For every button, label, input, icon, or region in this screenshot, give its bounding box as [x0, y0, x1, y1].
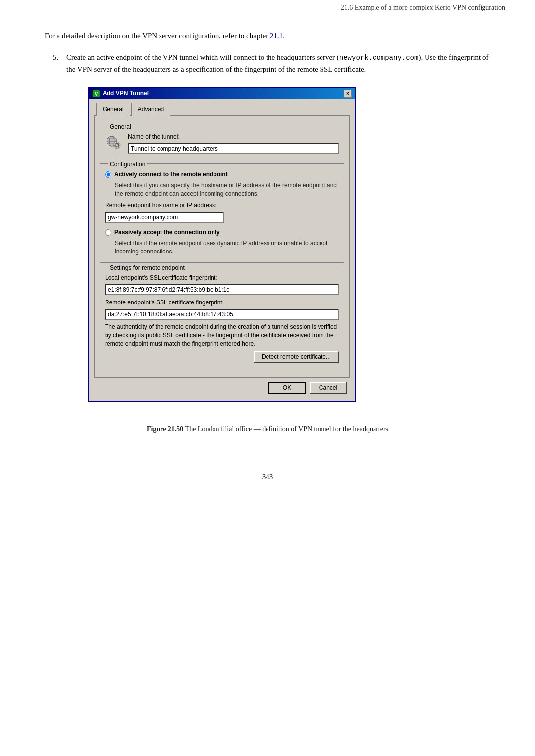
tab-content: General: [94, 115, 350, 378]
active-radio-label: Actively connect to the remote endpoint: [114, 170, 228, 179]
intro-paragraph: For a detailed description on the VPN se…: [45, 30, 490, 42]
cancel-button[interactable]: Cancel: [310, 382, 347, 394]
intro-text-before: For a detailed description on the VPN se…: [45, 32, 270, 40]
intro-text-after: .: [283, 32, 285, 40]
chapter-title: 21.6 Example of a more complex Kerio VPN…: [341, 4, 505, 12]
local-cert-input[interactable]: [105, 284, 339, 295]
figure-caption: Figure 21.50 The London filial office — …: [45, 425, 490, 433]
figure-caption-bold: Figure 21.50: [147, 425, 183, 433]
active-description: Select this if you can specify the hostn…: [115, 181, 339, 198]
remote-cert-input[interactable]: [105, 309, 339, 320]
titlebar-left: V Add VPN Tunnel: [92, 89, 149, 98]
general-legend: General: [108, 122, 133, 132]
item-code: newyork.company.com: [339, 54, 419, 62]
figure-caption-text: The London filial office — definition of…: [183, 425, 388, 433]
svg-rect-13: [119, 145, 120, 146]
tunnel-name-label: Name of the tunnel:: [128, 132, 339, 142]
dialog-body: General Advanced General: [89, 99, 355, 401]
tab-general[interactable]: General: [96, 103, 130, 116]
item-number: 5.: [45, 51, 58, 413]
svg-rect-11: [116, 147, 117, 149]
general-fieldset-content: Name of the tunnel:: [105, 132, 339, 154]
local-cert-label: Local endpoint's SSL certificate fingerp…: [105, 273, 339, 283]
svg-text:V: V: [95, 91, 98, 97]
content-area: For a detailed description on the VPN se…: [0, 15, 535, 463]
tab-bar: General Advanced: [94, 103, 350, 116]
passive-radio[interactable]: [105, 229, 111, 236]
general-right: Name of the tunnel:: [128, 132, 339, 154]
numbered-item-5: 5. Create an active endpoint of the VPN …: [45, 51, 490, 413]
detect-cert-button[interactable]: Detect remote certificate...: [254, 351, 339, 363]
config-legend: Configuration: [108, 160, 147, 169]
remote-cert-label: Remote endpoint's SSL certificate finger…: [105, 298, 339, 307]
ok-button[interactable]: OK: [268, 382, 306, 394]
dialog-footer: OK Cancel: [94, 378, 350, 396]
cert-description: The authenticity of the remote endpoint …: [105, 323, 339, 348]
remote-host-input[interactable]: [105, 212, 224, 223]
passive-radio-option: Passively accept the connection only: [105, 228, 339, 237]
dialog-title: Add VPN Tunnel: [103, 89, 149, 98]
passive-radio-label: Passively accept the connection only: [114, 228, 220, 237]
dialog-window: V Add VPN Tunnel × General: [88, 87, 356, 402]
active-radio[interactable]: [105, 171, 111, 178]
page-number: 343: [0, 463, 535, 496]
chapter-link[interactable]: 21.1: [270, 32, 283, 40]
item-text: Create an active endpoint of the VPN tun…: [66, 51, 490, 413]
active-radio-option: Actively connect to the remote endpoint: [105, 170, 339, 179]
configuration-fieldset: Configuration Actively connect to the re…: [100, 163, 344, 263]
settings-fieldset: Settings for remote endpoint Local endpo…: [100, 267, 344, 368]
chapter-header: 21.6 Example of a more complex Kerio VPN…: [0, 0, 535, 15]
tunnel-name-input[interactable]: [128, 143, 339, 154]
general-fieldset: General: [100, 126, 344, 159]
svg-rect-12: [113, 145, 115, 146]
dialog-icon: V: [92, 90, 100, 98]
vpn-tunnel-icon: [105, 132, 123, 150]
passive-description: Select this if the remote endpoint uses …: [115, 239, 339, 256]
page: 21.6 Example of a more complex Kerio VPN…: [0, 0, 535, 756]
close-button[interactable]: ×: [344, 90, 352, 98]
detect-btn-row: Detect remote certificate...: [105, 351, 339, 363]
svg-rect-10: [116, 142, 117, 143]
tab-advanced[interactable]: Advanced: [131, 103, 170, 116]
dialog-wrapper: V Add VPN Tunnel × General: [88, 87, 490, 402]
item-text-part1: Create an active endpoint of the VPN tun…: [66, 53, 339, 61]
dialog-titlebar: V Add VPN Tunnel ×: [89, 88, 355, 99]
svg-point-9: [116, 144, 118, 146]
remote-host-label: Remote endpoint hostname or IP address:: [105, 201, 339, 210]
settings-legend: Settings for remote endpoint: [108, 263, 187, 273]
